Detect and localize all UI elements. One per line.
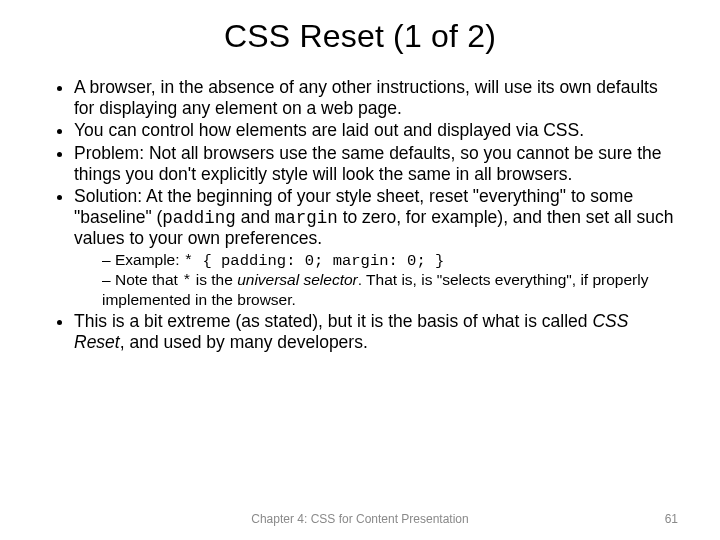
bullet-4-code-1: padding [162, 208, 236, 228]
sub-2-text-b: is the [191, 271, 237, 288]
sub-list: Example: * { padding: 0; margin: 0; } No… [74, 251, 680, 309]
bullet-4-text-b: and [236, 207, 275, 227]
sub-2: Note that * is the universal selector. T… [102, 271, 680, 309]
sub-1-label: Example: [115, 251, 184, 268]
bullet-5-text-a: This is a bit extreme (as stated), but i… [74, 311, 592, 331]
bullet-2: You can control how elements are laid ou… [74, 120, 680, 141]
footer-chapter: Chapter 4: CSS for Content Presentation [0, 512, 720, 526]
bullet-5: This is a bit extreme (as stated), but i… [74, 311, 680, 352]
footer-page-number: 61 [665, 512, 678, 526]
bullet-1: A browser, in the absence of any other i… [74, 77, 680, 118]
bullet-4-code-2: margin [275, 208, 338, 228]
sub-2-text-a: Note that [115, 271, 182, 288]
sub-2-ital: universal selector [237, 271, 358, 288]
slide: CSS Reset (1 of 2) A browser, in the abs… [0, 0, 720, 540]
bullet-4: Solution: At the beginning of your style… [74, 186, 680, 309]
sub-1-code: * { padding: 0; margin: 0; } [184, 252, 444, 270]
bullet-3: Problem: Not all browsers use the same d… [74, 143, 680, 184]
bullet-5-text-b: , and used by many developers. [120, 332, 368, 352]
bullet-list: A browser, in the absence of any other i… [40, 77, 680, 352]
slide-title: CSS Reset (1 of 2) [40, 18, 680, 55]
sub-1: Example: * { padding: 0; margin: 0; } [102, 251, 680, 270]
